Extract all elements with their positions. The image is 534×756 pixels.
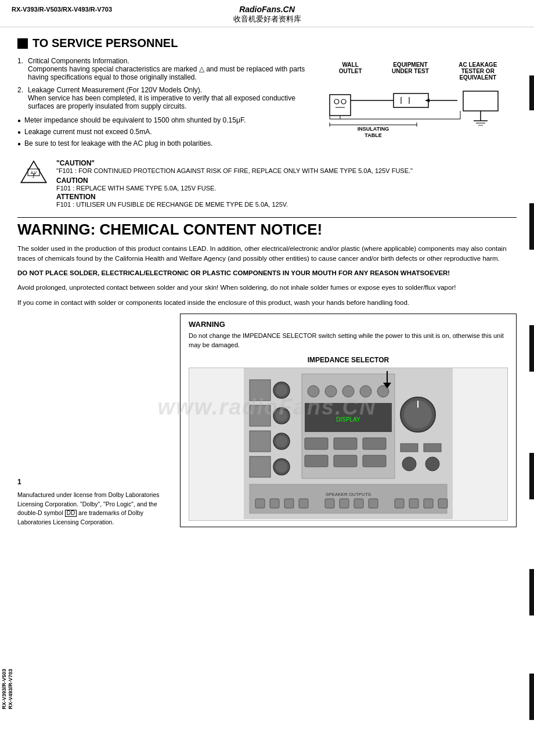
svg-rect-51 [363,438,386,449]
bullet-item-1: Meter impedance should be equivalent to … [17,116,308,124]
dolby-col: 1 Manufactured under license from Dolby … [17,314,168,527]
svg-point-36 [276,410,287,422]
circuit-svg: INSULATING TABLE [324,83,510,147]
svg-rect-64 [255,499,265,508]
right-accent-3 [529,325,534,372]
impedance-selector-label: IMPEDANCE SELECTOR [189,356,508,364]
warning-impedance-col: WARNING Do not change the IMPEDANCE SELE… [180,314,517,527]
attention-body: F101 : UTILISER UN FUSIBLE DE RECHANGE D… [56,201,517,208]
svg-text:SPEAKER OUTPUTS: SPEAKER OUTPUTS [326,492,371,497]
caution-symbol: ! A V [17,159,49,208]
chemical-para-3: Avoid prolonged, unprotected contact bet… [17,283,517,293]
list-item-1: 1. Critical Components Information. Comp… [17,57,308,81]
right-accent-1 [529,75,534,110]
chemical-para-2: DO NOT PLACE SOLDER, ELECTRICAL/ELECTRON… [17,268,517,278]
svg-text:DISPLAY: DISPLAY [336,416,360,423]
caution-quoted-title: "CAUTION" [56,159,517,167]
svg-text:TABLE: TABLE [365,132,381,138]
svg-rect-67 [299,499,308,508]
svg-point-44 [342,386,354,397]
svg-rect-0 [330,95,351,116]
numbered-list: 1. Critical Components Information. Comp… [17,57,308,110]
svg-text:A  V: A V [30,171,37,175]
title-block-icon [17,38,28,49]
leakage-diagram: WALLOUTLET EQUIPMENTUNDER TEST AC LEAKAG… [319,57,517,153]
warning-impedance-body: Do not change the IMPEDANCE SELECTOR swi… [189,331,508,350]
amplifier-diagram: DISPLAY [189,368,508,521]
svg-rect-58 [400,444,418,452]
svg-rect-50 [334,438,357,449]
model-label: RX-V393/R-V503/RX-V493/R-V703 [12,6,112,13]
page: RX-V393/R-V503/RX-V493/R-V703 RadioFans.… [0,0,534,756]
svg-point-38 [276,435,287,447]
chemical-notice: WARNING: CHEMICAL CONTENT NOTICE! The so… [17,217,517,308]
svg-text:INSULATING: INSULATING [358,126,389,132]
svg-rect-74 [424,499,433,508]
svg-rect-10 [463,91,498,111]
caution-area: ! A V "CAUTION" "F101 : FOR CONTINUED PR… [17,159,517,208]
main-content: TO SERVICE PERSONNEL 1. Critical Compone… [0,27,534,537]
svg-rect-73 [409,499,418,508]
service-section-title: TO SERVICE PERSONNEL [17,37,517,50]
svg-rect-71 [369,499,378,508]
bullet-item-3: Be sure to test for leakage with the AC … [17,139,308,147]
svg-rect-59 [424,444,441,452]
warning-impedance-title: WARNING [189,320,508,329]
svg-point-42 [308,386,319,397]
bullet-list: Meter impedance should be equivalent to … [17,116,308,147]
dolby-text: Manufactured under license from Dolby La… [17,491,168,527]
caution-quoted-body: "F101 : FOR CONTINUED PROTECTION AGAINST… [56,167,517,174]
chemical-para-1: The solder used in the production of thi… [17,244,517,264]
svg-marker-6 [425,99,430,102]
svg-rect-52 [305,455,328,467]
right-accent-4 [529,453,534,499]
label-wall-outlet: WALLOUTLET [339,62,362,81]
attention-title: ATTENTION [56,193,517,201]
svg-rect-53 [334,455,357,467]
svg-rect-75 [438,499,448,508]
list-item-2: 2. Leakage Current Measurement (For 120V… [17,86,308,110]
chemical-para-4: If you come in contact with solder or co… [17,298,517,308]
caution-body: F101 : REPLACE WITH SAME TYPE 5.0A, 125V… [56,185,517,192]
svg-rect-69 [340,499,349,508]
svg-point-40 [276,461,287,473]
bullet-item-2: Leakage current must not exceed 0.5mA. [17,128,308,136]
chemical-notice-title: WARNING: CHEMICAL CONTENT NOTICE! [17,221,517,238]
caution-texts: "CAUTION" "F101 : FOR CONTINUED PROTECTI… [56,159,517,208]
label-equipment: EQUIPMENTUNDER TEST [392,62,429,81]
service-two-col: 1. Critical Components Information. Comp… [17,57,517,153]
page-header: RX-V393/R-V503/RX-V493/R-V703 RadioFans.… [0,0,534,27]
svg-rect-49 [305,438,328,449]
svg-rect-68 [325,499,334,508]
right-accent-6 [529,674,534,720]
page-number: 1 [17,478,21,486]
svg-point-1 [334,99,339,104]
amp-panel-svg: DISPLAY [189,368,507,519]
svg-rect-72 [395,499,404,508]
warning-impedance-box: WARNING Do not change the IMPEDANCE SELE… [180,314,517,527]
svg-rect-7 [394,93,428,107]
svg-point-2 [341,99,346,104]
svg-point-43 [325,386,337,397]
svg-rect-66 [284,499,294,508]
svg-point-45 [360,386,371,397]
right-accent-2 [529,203,534,250]
label-ac-leakage: AC LEAKAGETESTER OREQUIVALENT [459,62,497,81]
svg-rect-70 [354,499,363,508]
caution-title: CAUTION [56,177,517,185]
svg-point-60 [402,457,416,471]
service-left-col: 1. Critical Components Information. Comp… [17,57,308,153]
diagram-col: WALLOUTLET EQUIPMENTUNDER TEST AC LEAKAG… [319,57,517,153]
svg-point-34 [276,384,287,396]
site-subtitle: 收音机爱好者资料库 [0,14,534,24]
caution-triangle-icon: ! A V [19,159,48,185]
service-title-text: TO SERVICE PERSONNEL [33,37,178,50]
bottom-section: 1 Manufactured under license from Dolby … [17,314,517,527]
svg-point-61 [425,457,439,471]
svg-rect-31 [250,431,270,452]
right-accent-5 [529,569,534,615]
svg-rect-29 [250,380,270,401]
dd-symbol: DD [65,510,77,517]
model-vertical-label: RX-V393/R-V503RX-V493/R-V703 [1,669,14,710]
svg-rect-65 [270,499,279,508]
